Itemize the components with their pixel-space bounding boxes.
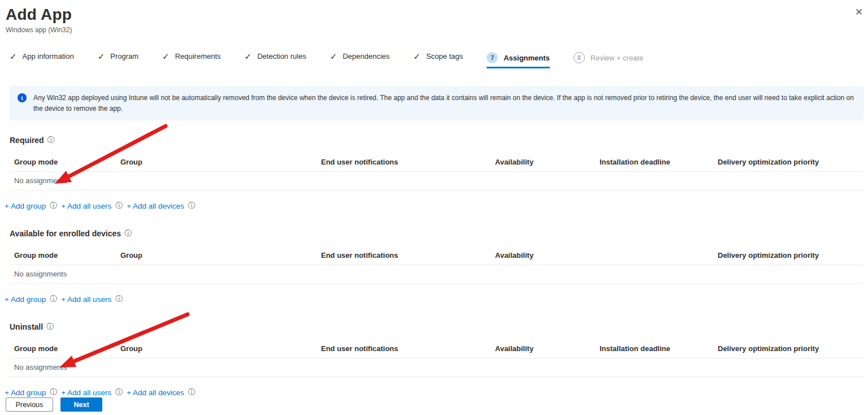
step-detection-rules[interactable]: ✓ Detection rules: [245, 52, 306, 66]
add-all-users-link[interactable]: + Add all users: [61, 388, 111, 397]
column-header: Group: [116, 344, 316, 353]
column-header: End user notifications: [316, 251, 491, 260]
info-icon[interactable]: ⓘ: [50, 201, 57, 211]
next-button[interactable]: Next: [60, 397, 102, 412]
column-header: End user notifications: [316, 158, 491, 166]
section-title: Uninstall: [10, 322, 43, 331]
info-icon[interactable]: ⓘ: [188, 387, 196, 397]
info-icon[interactable]: ⓘ: [115, 294, 123, 304]
column-header: Group: [116, 251, 316, 260]
column-header: Availability: [491, 251, 713, 260]
add-group-link[interactable]: + Add group: [5, 388, 46, 397]
close-icon[interactable]: ✕: [852, 6, 866, 19]
column-header: Group: [116, 158, 316, 166]
step-number-badge: 7: [487, 52, 498, 63]
step-program[interactable]: ✓ Program: [98, 52, 138, 66]
column-header: Delivery optimization priority: [713, 251, 863, 260]
info-icon[interactable]: ⓘ: [115, 387, 123, 397]
info-icon[interactable]: ⓘ: [50, 294, 57, 304]
column-header: Availability: [491, 344, 595, 353]
section-required: Required ⓘ Group mode Group End user not…: [10, 135, 863, 211]
column-header: Delivery optimization priority: [713, 344, 863, 353]
info-icon[interactable]: ⓘ: [124, 228, 132, 239]
step-label: Detection rules: [257, 52, 306, 60]
step-number-badge: 8: [574, 52, 585, 63]
column-header: Group mode: [10, 251, 116, 260]
info-icon[interactable]: ⓘ: [188, 201, 196, 211]
add-group-link[interactable]: + Add group: [5, 295, 46, 304]
previous-button[interactable]: Previous: [6, 397, 53, 412]
info-icon[interactable]: ⓘ: [47, 135, 55, 145]
wizard-footer: Previous Next: [6, 397, 102, 412]
column-header: Availability: [491, 158, 595, 166]
column-header: Group mode: [10, 344, 116, 353]
add-app-wizard: Add App Windows app (Win32) ✕ ✓ App info…: [0, 0, 868, 415]
assignment-links: + Add group ⓘ + Add all users ⓘ + Add al…: [5, 387, 863, 397]
info-icon[interactable]: ⓘ: [115, 201, 123, 211]
assignment-links: + Add group ⓘ + Add all users ⓘ + Add al…: [5, 201, 863, 211]
step-requirements[interactable]: ✓ Requirements: [162, 52, 221, 66]
info-icon[interactable]: ⓘ: [50, 387, 57, 397]
info-banner: i Any Win32 app deployed using Intune wi…: [10, 86, 863, 120]
table-header: Group mode Group End user notifications …: [10, 251, 863, 265]
add-all-users-link[interactable]: + Add all users: [61, 295, 111, 304]
section-title: Available for enrolled devices: [10, 229, 121, 238]
step-label: Program: [110, 52, 138, 60]
info-icon[interactable]: ⓘ: [46, 322, 54, 332]
column-header: End user notifications: [316, 344, 491, 353]
empty-assignments-row: No assignments: [10, 172, 863, 191]
check-icon: ✓: [162, 52, 170, 60]
wizard-steps: ✓ App information ✓ Program ✓ Requiremen…: [10, 52, 863, 68]
check-icon: ✓: [98, 52, 105, 60]
step-assignments[interactable]: 7 Assignments: [487, 52, 550, 68]
empty-assignments-row: No assignments: [10, 358, 863, 377]
info-banner-text: Any Win32 app deployed using Intune will…: [33, 93, 856, 114]
add-group-link[interactable]: + Add group: [5, 202, 46, 210]
page-subtitle: Windows app (Win32): [6, 26, 863, 34]
step-dependencies[interactable]: ✓ Dependencies: [330, 52, 390, 66]
page-title: Add App: [6, 6, 863, 24]
section-title: Required: [10, 136, 44, 145]
step-label: Assignments: [504, 54, 550, 62]
step-label: Requirements: [175, 52, 221, 60]
add-all-devices-link[interactable]: + Add all devices: [127, 388, 184, 397]
empty-assignments-row: No assignments: [10, 265, 863, 284]
check-icon: ✓: [10, 52, 17, 60]
table-header: Group mode Group End user notifications …: [10, 344, 863, 358]
assignment-links: + Add group ⓘ + Add all users ⓘ: [5, 294, 863, 304]
section-available-enrolled: Available for enrolled devices ⓘ Group m…: [10, 228, 863, 304]
step-label: Scope tags: [426, 52, 463, 60]
section-uninstall: Uninstall ⓘ Group mode Group End user no…: [10, 322, 863, 397]
column-header: Group mode: [10, 158, 116, 166]
table-header: Group mode Group End user notifications …: [10, 158, 863, 172]
step-review-create[interactable]: 8 Review + create: [574, 52, 644, 68]
step-label: Dependencies: [342, 52, 389, 60]
check-icon: ✓: [330, 52, 337, 60]
add-all-users-link[interactable]: + Add all users: [61, 202, 111, 210]
step-label: App information: [23, 52, 74, 60]
step-app-information[interactable]: ✓ App information: [10, 52, 74, 66]
column-header: Installation deadline: [595, 344, 713, 353]
info-icon: i: [18, 93, 27, 102]
add-all-devices-link[interactable]: + Add all devices: [127, 202, 184, 210]
check-icon: ✓: [245, 52, 252, 60]
step-scope-tags[interactable]: ✓ Scope tags: [414, 52, 463, 66]
step-label: Review + create: [591, 54, 644, 62]
column-header: Delivery optimization priority: [713, 158, 863, 166]
column-header: Installation deadline: [595, 158, 713, 166]
check-icon: ✓: [414, 52, 421, 60]
